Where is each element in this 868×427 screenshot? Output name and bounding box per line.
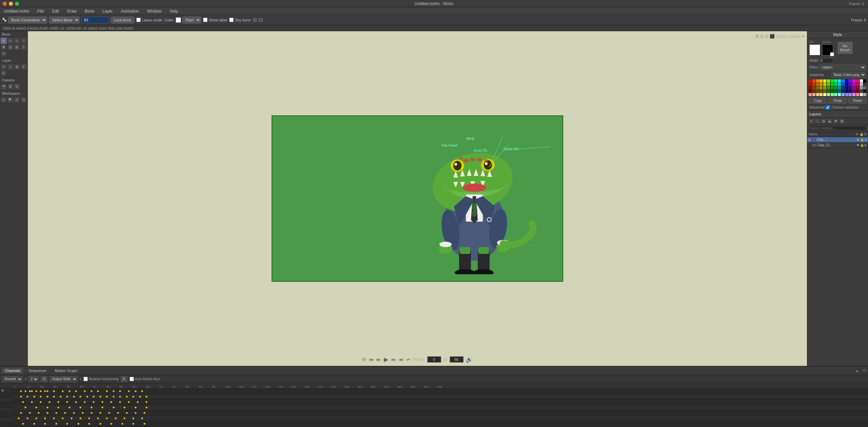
tool-workspace-4[interactable]: ⊡ <box>21 97 27 103</box>
tool-layer-4[interactable]: T <box>21 64 27 70</box>
keyframe[interactable] <box>141 417 143 419</box>
palette-color-swatch[interactable] <box>820 93 823 96</box>
display-quality-arrow[interactable]: ▾ <box>802 34 804 39</box>
keyframe[interactable] <box>139 396 141 397</box>
keyframe[interactable] <box>91 412 92 414</box>
keyframe[interactable] <box>146 407 147 408</box>
keyframe[interactable] <box>44 390 46 392</box>
keyframe[interactable] <box>58 407 59 408</box>
close-button[interactable] <box>3 2 7 6</box>
tool-bone-6[interactable]: ⊞ <box>14 44 20 50</box>
keyframe[interactable] <box>73 412 75 414</box>
keyframe[interactable] <box>36 390 37 392</box>
keyframe[interactable] <box>55 423 57 425</box>
playback-loop-icon[interactable]: ⟳ <box>362 357 366 362</box>
palette-color-swatch[interactable] <box>860 83 863 86</box>
keyframe[interactable] <box>66 401 68 403</box>
palette-color-swatch[interactable] <box>820 90 823 93</box>
keyframe[interactable] <box>88 423 90 425</box>
tool-workspace-1[interactable]: ↖ <box>1 97 7 103</box>
tool-layer-2[interactable]: ⤢ <box>7 64 14 70</box>
keyframe[interactable] <box>93 401 95 403</box>
palette-color-swatch[interactable] <box>845 93 848 96</box>
keyframe[interactable] <box>53 396 55 397</box>
playback-play[interactable]: ▶ <box>384 356 389 363</box>
palette-color-swatch[interactable] <box>842 93 845 96</box>
color-picker[interactable] <box>176 17 181 23</box>
keyframe[interactable] <box>113 396 114 397</box>
palette-color-swatch[interactable] <box>823 86 826 89</box>
keyframe[interactable] <box>143 423 145 425</box>
keyframe[interactable] <box>133 423 134 425</box>
keyframe[interactable] <box>141 390 143 392</box>
layer-lock-icon[interactable]: 🔒 <box>860 138 864 142</box>
keyframe[interactable] <box>91 390 92 392</box>
palette-color-swatch[interactable] <box>834 83 837 86</box>
playback-bounce[interactable]: ⇌ <box>406 357 410 362</box>
keyframe[interactable] <box>49 401 51 403</box>
playback-skip-fwd[interactable]: ⏭ <box>391 357 396 362</box>
select-bone-select[interactable]: Select Bone <box>49 17 80 23</box>
bone-name-input[interactable] <box>82 17 109 23</box>
tool-bone-7[interactable]: T <box>21 44 27 50</box>
auto-freeze-checkbox[interactable] <box>130 377 134 381</box>
palette-color-swatch[interactable] <box>831 90 834 93</box>
refresh-btn[interactable]: ↺ <box>41 376 47 382</box>
tool-layer-3[interactable]: ⊕ <box>14 64 20 70</box>
keyframe[interactable] <box>40 390 42 392</box>
palette-color-swatch[interactable] <box>852 90 855 93</box>
palette-color-swatch[interactable] <box>838 93 841 96</box>
keyframe[interactable] <box>77 423 79 425</box>
keyframe[interactable] <box>60 396 61 397</box>
reset-button[interactable]: Reset <box>848 98 867 104</box>
keyframe[interactable] <box>102 407 103 408</box>
keyframe[interactable] <box>86 396 88 397</box>
frame-current-input[interactable] <box>427 356 441 363</box>
palette-color-swatch[interactable] <box>842 86 845 89</box>
menu-window[interactable]: Window <box>146 8 163 14</box>
palette-color-swatch[interactable] <box>849 86 852 89</box>
timeline-track[interactable] <box>14 421 868 427</box>
fill-color-swatch[interactable] <box>809 44 820 55</box>
palette-color-swatch[interactable] <box>856 93 859 96</box>
keyframe[interactable] <box>93 396 95 397</box>
palette-color-swatch[interactable] <box>831 93 834 96</box>
keyframe[interactable] <box>117 412 119 414</box>
keyframe[interactable] <box>97 390 99 392</box>
layer-key-icon[interactable]: K <box>865 138 867 142</box>
palette-color-swatch[interactable] <box>856 79 859 82</box>
keyframe[interactable] <box>133 396 134 397</box>
palette-color-swatch[interactable] <box>820 79 823 82</box>
keyframe[interactable] <box>113 390 114 392</box>
keyframe[interactable] <box>146 401 147 403</box>
palette-color-swatch[interactable] <box>842 79 845 82</box>
keyframe[interactable] <box>146 396 147 397</box>
keyframe[interactable] <box>99 423 101 425</box>
tool-bone-4[interactable]: ✥ <box>1 44 7 50</box>
keyframe[interactable] <box>58 401 59 403</box>
checkerboard-icon[interactable]: ⬛ <box>770 34 775 39</box>
keyframe[interactable] <box>18 417 20 419</box>
layer-move-down[interactable]: ▼ <box>833 118 839 124</box>
keyframe[interactable] <box>22 423 24 425</box>
keyframe[interactable] <box>124 407 125 408</box>
palette-color-swatch[interactable] <box>842 83 845 86</box>
playback-control-1[interactable]: ⏮ <box>369 357 374 362</box>
palette-color-swatch[interactable] <box>863 86 866 89</box>
keyframe[interactable] <box>82 412 83 414</box>
keyframe[interactable] <box>84 390 86 392</box>
lock-bone-button[interactable]: Lock bone <box>111 17 134 23</box>
palette-color-swatch[interactable] <box>816 86 819 89</box>
palette-color-swatch[interactable] <box>820 83 823 86</box>
volume-icon[interactable]: 🔊 <box>466 356 473 363</box>
tab-motion-graph[interactable]: Motion Graph <box>52 368 80 373</box>
keyframe[interactable] <box>29 390 31 392</box>
tool-bone-8[interactable]: ✏ <box>1 51 7 57</box>
keyframe[interactable] <box>115 417 117 419</box>
palette-color-swatch[interactable] <box>845 86 848 89</box>
keyframe-toggle-btn[interactable]: K <box>121 376 127 382</box>
palette-color-swatch[interactable] <box>812 93 815 96</box>
palette-color-swatch[interactable] <box>852 93 855 96</box>
paste-button[interactable]: Paste <box>828 98 847 104</box>
layer-visible-icon[interactable]: 👁 <box>856 138 860 142</box>
